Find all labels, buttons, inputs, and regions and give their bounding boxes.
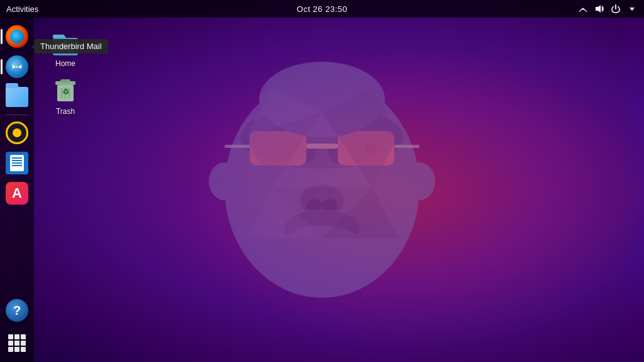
desktop: Activities Oct 26 23:50	[0, 0, 644, 362]
svg-point-1	[225, 77, 419, 298]
desktop-icon-trash[interactable]: ♻ Trash	[40, 73, 91, 118]
svg-rect-5	[250, 131, 306, 166]
svg-point-11	[300, 184, 344, 216]
sidebar-item-appstore[interactable]: A	[3, 179, 31, 207]
rhythmbox-icon	[6, 122, 28, 144]
svg-marker-20	[322, 87, 397, 137]
sidebar-item-firefox[interactable]	[3, 23, 31, 50]
desktop-icons-container: Home ♻ Trash	[40, 25, 91, 118]
svg-rect-9	[394, 145, 419, 148]
svg-point-12	[307, 199, 322, 212]
sidebar-item-rhythmbox[interactable]	[3, 119, 31, 147]
firefox-icon	[6, 25, 28, 48]
network-icon[interactable]	[577, 3, 589, 14]
home-folder-icon	[50, 28, 80, 58]
svg-marker-28	[630, 8, 635, 11]
svg-marker-19	[247, 87, 322, 137]
grid-icon	[8, 334, 26, 352]
svg-point-18	[259, 62, 385, 137]
svg-marker-25	[272, 112, 372, 188]
svg-marker-24	[322, 188, 397, 238]
sidebar-item-show-apps[interactable]	[3, 329, 31, 357]
topbar-datetime: Oct 26 23:50	[297, 4, 347, 14]
sidebar-divider	[6, 115, 28, 115]
svg-point-13	[322, 199, 337, 212]
svg-text:♻: ♻	[62, 88, 69, 96]
svg-marker-22	[322, 112, 397, 188]
svg-point-14	[284, 210, 360, 247]
help-icon: ?	[6, 299, 28, 322]
sidebar-item-files[interactable]	[3, 83, 31, 111]
files-icon	[6, 87, 28, 107]
wallpaper	[0, 18, 644, 362]
svg-marker-21	[247, 112, 322, 188]
volume-icon[interactable]	[594, 3, 605, 14]
svg-point-10	[366, 144, 376, 154]
svg-point-2	[240, 106, 404, 169]
trash-icon-label: Trash	[56, 107, 75, 116]
activities-label[interactable]: Activities	[6, 4, 38, 14]
svg-rect-0	[17, 18, 627, 362]
svg-rect-8	[225, 145, 250, 148]
svg-marker-27	[596, 5, 601, 13]
home-icon-label: Home	[55, 59, 75, 68]
trash-folder-icon: ♻	[50, 76, 80, 106]
sidebar-item-help[interactable]: ?	[3, 297, 31, 324]
system-menu-arrow[interactable]	[626, 3, 638, 14]
topbar-right	[577, 3, 644, 14]
desktop-icon-home[interactable]: Home	[40, 25, 91, 71]
libreoffice-icon	[6, 152, 28, 174]
svg-rect-7	[306, 144, 338, 149]
svg-marker-23	[247, 188, 322, 238]
sidebar: A ?	[0, 18, 34, 362]
svg-point-4	[328, 140, 366, 166]
svg-rect-6	[338, 131, 394, 166]
topbar-left: Activities	[0, 4, 38, 14]
svg-point-16	[209, 162, 240, 200]
svg-point-17	[404, 162, 435, 200]
thunderbird-icon	[6, 55, 28, 78]
topbar: Activities Oct 26 23:50	[0, 0, 644, 18]
power-icon[interactable]	[610, 3, 621, 14]
appstore-icon: A	[6, 182, 28, 205]
svg-rect-33	[60, 79, 70, 82]
sidebar-item-thunderbird[interactable]	[3, 53, 31, 81]
svg-point-15	[278, 225, 366, 276]
svg-point-3	[278, 140, 316, 166]
sidebar-item-libreoffice[interactable]	[3, 149, 31, 177]
